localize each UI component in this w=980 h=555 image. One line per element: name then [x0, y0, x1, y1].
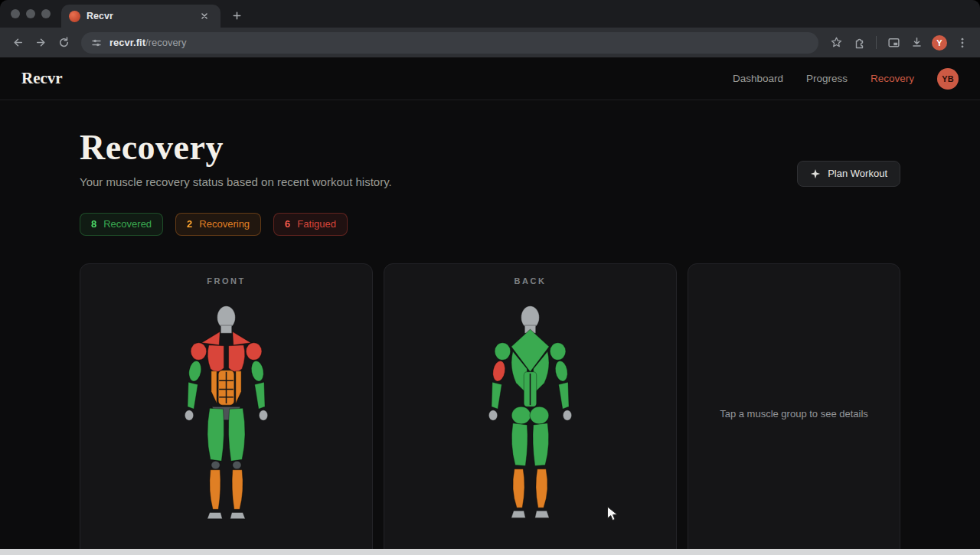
front-card-label: FRONT [80, 276, 372, 286]
front-shin-left-region[interactable] [210, 469, 220, 509]
tab-title: Recvr [87, 11, 188, 21]
zoom-window-button[interactable] [41, 9, 51, 18]
page-subtitle: Your muscle recovery status based on rec… [80, 175, 392, 188]
front-neck-region [220, 325, 231, 333]
browser-menu-kebab-icon[interactable] [951, 31, 974, 54]
site-logo[interactable]: Recvr [21, 69, 63, 88]
site-header: Recvr Dashboard Progress Recovery YB [0, 57, 980, 100]
front-delt-right-region[interactable] [246, 342, 262, 360]
back-tricep-left-region[interactable] [492, 360, 507, 382]
url-bar[interactable]: recvr.fit/recovery [81, 32, 818, 54]
back-calf-left-region[interactable] [513, 468, 524, 508]
profile-initial: Y [932, 35, 947, 51]
back-delt-left-region[interactable] [495, 342, 511, 360]
browser-toolbar: recvr.fit/recovery Y [0, 28, 980, 57]
front-hand-left-region [185, 410, 193, 420]
site-settings-icon[interactable] [90, 37, 103, 49]
back-foot-left-region [511, 511, 526, 517]
front-quad-left-region[interactable] [207, 408, 224, 461]
url-host: recvr.fit [109, 37, 145, 48]
back-tricep-right-region[interactable] [554, 360, 569, 382]
back-figure-wrap [384, 304, 676, 525]
close-window-button[interactable] [11, 9, 20, 18]
plan-workout-label: Plan Workout [828, 168, 887, 179]
window-controls [11, 9, 51, 18]
minimize-window-button[interactable] [26, 9, 35, 18]
front-knee-right-region [233, 461, 241, 468]
extensions-icon[interactable] [848, 31, 871, 54]
site-nav: Dashboard Progress Recovery YB [733, 68, 959, 90]
front-foot-left-region [207, 512, 223, 518]
front-oblique-right-region[interactable] [236, 371, 241, 403]
tab-favicon-icon [69, 11, 80, 22]
front-shin-right-region[interactable] [232, 469, 243, 509]
nav-item-progress[interactable]: Progress [806, 73, 848, 84]
body-cards: FRONT [80, 263, 900, 555]
bottom-strip [0, 549, 980, 555]
nav-item-recovery[interactable]: Recovery [871, 73, 914, 84]
user-avatar[interactable]: YB [937, 68, 959, 90]
back-hamstring-left-region[interactable] [511, 423, 528, 465]
back-view-card: BACK [384, 263, 677, 555]
back-forearm-right-region[interactable] [559, 382, 569, 409]
front-trap-right-region[interactable] [233, 331, 251, 345]
nav-item-dashboard[interactable]: Dashboard [733, 73, 783, 84]
title-row: Recovery Your muscle recovery status bas… [80, 129, 900, 188]
front-foot-right-region [230, 512, 246, 518]
status-badges: 8 Recovered 2 Recovering 6 Fatigued [80, 213, 900, 236]
back-glute-right-region[interactable] [530, 406, 549, 424]
bookmark-star-icon[interactable] [825, 31, 848, 54]
front-figure-wrap [80, 304, 372, 525]
reload-button[interactable] [52, 31, 75, 54]
back-body-figure [467, 304, 593, 525]
new-tab-button[interactable] [227, 5, 247, 25]
back-delt-right-region[interactable] [550, 342, 566, 360]
badge-recovering[interactable]: 2 Recovering [175, 213, 261, 236]
url-text: recvr.fit/recovery [109, 37, 186, 48]
back-card-label: BACK [384, 276, 676, 286]
plan-workout-button[interactable]: Plan Workout [797, 161, 900, 187]
front-bicep-left-region[interactable] [188, 360, 203, 382]
badge-label: Recovered [103, 218, 152, 230]
front-forearm-right-region[interactable] [255, 382, 265, 409]
front-bicep-right-region[interactable] [250, 360, 265, 382]
back-foot-right-region [535, 511, 550, 517]
back-hand-right-region [563, 410, 571, 420]
badge-recovered[interactable]: 8 Recovered [80, 213, 163, 236]
badge-count: 6 [285, 218, 290, 230]
back-calf-right-region[interactable] [536, 468, 547, 508]
forward-button[interactable] [29, 31, 52, 54]
badge-count: 2 [187, 218, 192, 230]
back-button[interactable] [6, 31, 29, 54]
browser-profile-avatar[interactable]: Y [928, 31, 951, 54]
front-body-figure [163, 304, 289, 525]
download-icon[interactable] [905, 31, 928, 54]
front-delt-left-region[interactable] [191, 342, 207, 360]
toolbar-divider [876, 36, 877, 49]
browser-tab[interactable]: Recvr [61, 5, 220, 28]
back-forearm-left-region[interactable] [492, 382, 501, 409]
page-title: Recovery [80, 129, 392, 168]
back-hand-left-region [488, 410, 497, 420]
badge-count: 8 [91, 218, 96, 230]
muscle-detail-card: Tap a muscle group to see details [688, 263, 900, 555]
front-chest-right-region[interactable] [229, 344, 245, 371]
detail-hint-text: Tap a muscle group to see details [688, 408, 900, 420]
tab-close-icon[interactable] [194, 6, 214, 26]
browser-window: Recvr recvr.fit/recovery [0, 0, 980, 555]
mouse-cursor [606, 506, 620, 522]
front-quad-right-region[interactable] [228, 408, 245, 461]
page-content: Recvr Dashboard Progress Recovery YB Rec… [0, 57, 980, 555]
front-trap-left-region[interactable] [202, 331, 220, 345]
front-chest-left-region[interactable] [207, 344, 224, 371]
front-forearm-left-region[interactable] [188, 382, 198, 409]
front-hand-right-region [259, 410, 267, 420]
back-glute-left-region[interactable] [511, 406, 531, 424]
main-content: Recovery Your muscle recovery status bas… [80, 100, 900, 555]
back-hamstring-right-region[interactable] [533, 423, 549, 465]
front-oblique-left-region[interactable] [211, 371, 217, 403]
badge-label: Fatigued [297, 218, 336, 230]
sparkle-icon [810, 168, 821, 179]
picture-in-picture-icon[interactable] [882, 31, 905, 54]
badge-fatigued[interactable]: 6 Fatigued [273, 213, 348, 236]
